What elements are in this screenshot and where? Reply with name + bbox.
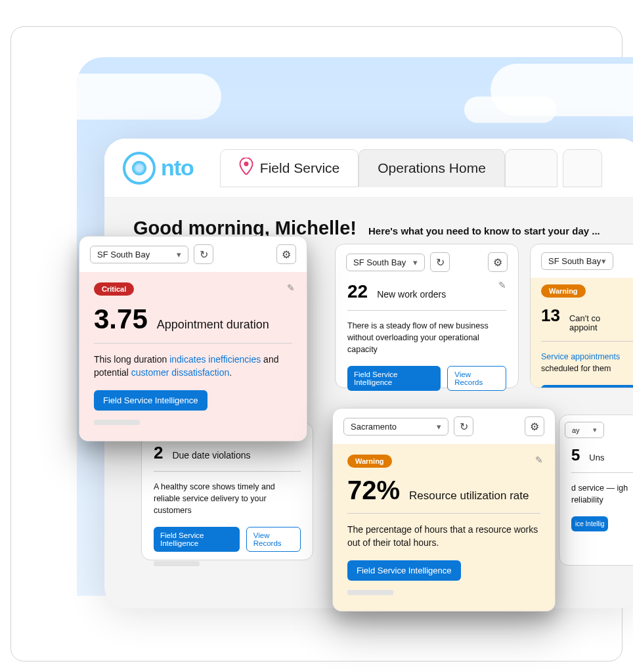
chevron-down-icon: ▾ — [437, 422, 441, 432]
pencil-icon[interactable]: ✎ — [498, 280, 506, 290]
metric-label: Can't coappoint — [569, 314, 600, 333]
link[interactable]: customer dissatisfaction — [131, 367, 229, 378]
region-bar: SF South Bay ▾ — [531, 244, 633, 278]
view-records-button[interactable]: View Records — [447, 366, 506, 391]
metric-label: New work orders — [377, 289, 446, 300]
region-select[interactable]: ay▾ — [565, 422, 604, 438]
warning-badge: Warning — [347, 455, 392, 468]
card-resource-utilization: Sacramento ▾ ↻ ⚙ ✎ Warning 72% Resource … — [332, 408, 556, 612]
region-value: SF South Bay — [353, 258, 406, 267]
fsi-button[interactable]: ice Intellig — [571, 516, 608, 531]
region-value: SF South Bay — [548, 256, 601, 266]
card-description: There is a steady flow of new business w… — [347, 320, 506, 355]
refresh-icon: ↻ — [460, 420, 468, 433]
chevron-down-icon: ▾ — [601, 256, 606, 266]
settings-button[interactable]: ⚙ — [488, 252, 508, 272]
refresh-button[interactable]: ↻ — [454, 416, 473, 436]
metric-value: 13 — [541, 305, 560, 326]
metric-value: 72% — [347, 476, 400, 505]
pencil-icon[interactable]: ✎ — [535, 455, 543, 465]
card-description: This long duration indicates inefficienc… — [94, 353, 292, 380]
fsi-button[interactable]: Field Service Intelligence — [94, 390, 207, 411]
link[interactable]: Service appointments — [541, 352, 620, 361]
region-select[interactable]: SF South Bay ▾ — [346, 254, 425, 271]
footer-placeholder — [154, 561, 200, 566]
region-bar: ay▾ — [559, 415, 633, 445]
metric-value: 2 — [154, 443, 163, 463]
region-select[interactable]: Sacramento ▾ — [343, 418, 448, 436]
metric-label: Due date violations — [172, 450, 250, 460]
refresh-button[interactable]: ↻ — [194, 244, 213, 264]
chevron-down-icon: ▾ — [177, 250, 181, 259]
settings-button[interactable]: ⚙ — [276, 244, 296, 264]
refresh-icon: ↻ — [200, 248, 208, 261]
metric-label: Appointment duration — [157, 318, 269, 332]
fsi-button[interactable]: Field Service Intelligence — [154, 527, 240, 552]
gear-icon: ⚙ — [282, 248, 291, 261]
chevron-down-icon: ▾ — [593, 426, 597, 434]
card-description: The percentage of hours that a resource … — [347, 523, 540, 550]
card-description: d service — igh reliability — [571, 482, 633, 506]
card-new-work-orders: SF South Bay ▾ ↻ ⚙ ✎ 22 New work orders … — [335, 244, 519, 388]
fsi-button[interactable]: Field Service Intelligence — [541, 385, 633, 388]
metric-value: 22 — [347, 281, 368, 302]
metric-value: 3.75 — [94, 303, 148, 335]
gear-icon: ⚙ — [530, 420, 539, 433]
frame-border: nto Field Service Operations Home Good m… — [11, 26, 622, 661]
card-description: A healthy score shows timely and reliabl… — [154, 481, 301, 516]
region-select[interactable]: SF South Bay ▾ — [541, 252, 613, 270]
view-records-button[interactable]: View Records — [246, 527, 301, 552]
region-select[interactable]: SF South Bay ▾ — [90, 246, 188, 263]
link[interactable]: indicates inefficiencies — [169, 354, 261, 365]
pencil-icon[interactable]: ✎ — [287, 282, 295, 293]
footer-placeholder — [347, 590, 393, 595]
region-value: Sacramento — [351, 422, 397, 432]
region-value: SF South Bay — [97, 250, 150, 259]
warning-badge: Warning — [541, 284, 586, 298]
card-unscheduled: ay▾ 5 Uns d service — igh reliability ic… — [559, 414, 633, 566]
refresh-icon: ↻ — [436, 256, 445, 269]
region-bar: SF South Bay ▾ ↻ ⚙ — [336, 244, 518, 280]
card-appointment-duration: SF South Bay ▾ ↻ ⚙ ✎ Critical 3.75 Appoi… — [79, 236, 307, 441]
settings-button[interactable]: ⚙ — [525, 416, 544, 436]
chevron-down-icon: ▾ — [413, 258, 418, 267]
region-bar: Sacramento ▾ ↻ ⚙ — [333, 409, 555, 444]
gear-icon: ⚙ — [493, 256, 502, 269]
metric-label: Resource utilization rate — [409, 489, 529, 503]
region-bar: SF South Bay ▾ ↻ ⚙ — [79, 236, 307, 272]
card-cant-complete: SF South Bay ▾ Warning 13 Can't coappoin… — [530, 244, 633, 388]
metric-value: 5 — [571, 446, 580, 464]
refresh-button[interactable]: ↻ — [430, 252, 450, 272]
critical-badge: Critical — [94, 282, 134, 296]
fsi-button[interactable]: Field Service Intelligence — [347, 366, 441, 391]
metric-label: Uns — [589, 453, 604, 462]
card-due-date: ✎ 2 Due date violations A healthy score … — [141, 422, 313, 560]
footer-placeholder — [94, 420, 140, 425]
card-description: Service appointments scheduled for them — [541, 351, 633, 374]
fsi-button[interactable]: Field Service Intelligence — [347, 560, 461, 581]
